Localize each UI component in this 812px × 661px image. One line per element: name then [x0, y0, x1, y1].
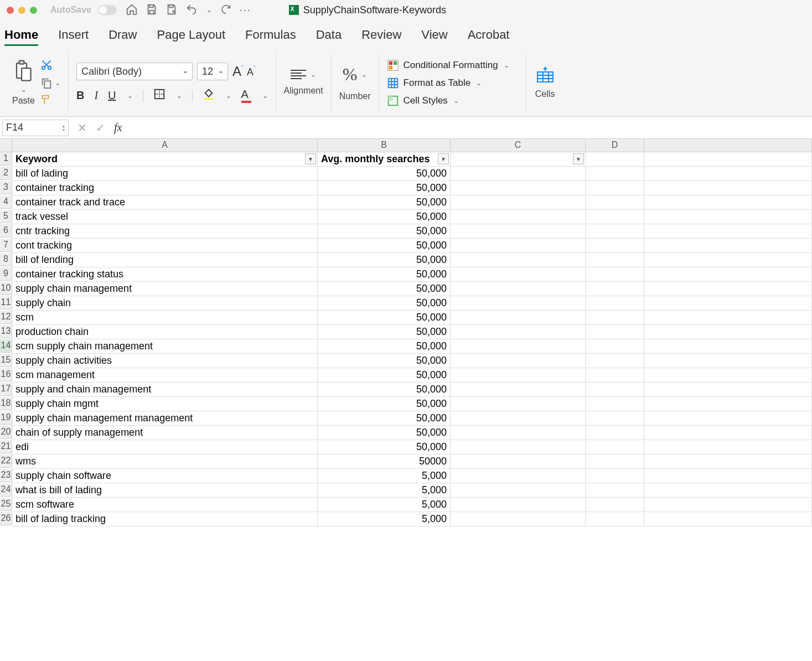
underline-dropdown-icon[interactable]: ⌄	[127, 92, 133, 100]
cell-keyword[interactable]: supply chain	[12, 296, 318, 311]
format-as-table-button[interactable]: Format as Table ⌄	[387, 77, 509, 89]
cell[interactable]	[644, 397, 812, 411]
cell-searches[interactable]: 50,000	[318, 224, 451, 239]
row-header[interactable]: 7	[0, 239, 12, 252]
filter-button[interactable]: ▼	[573, 153, 584, 164]
cell[interactable]	[644, 311, 812, 325]
row-header[interactable]: 9	[0, 267, 12, 281]
cell[interactable]	[451, 282, 586, 296]
name-box-spinner[interactable]: ▴▾	[63, 124, 65, 132]
cell[interactable]	[451, 512, 586, 526]
cell[interactable]	[586, 282, 644, 296]
cell-keyword[interactable]: production chain	[12, 325, 318, 339]
cell[interactable]	[644, 253, 812, 267]
paste-icon[interactable]	[13, 60, 33, 85]
cell[interactable]	[644, 368, 812, 383]
row-header[interactable]: 15	[0, 354, 12, 367]
cell-keyword[interactable]: wms	[12, 455, 318, 469]
cell[interactable]	[644, 282, 812, 296]
cell[interactable]	[586, 224, 644, 239]
row-header[interactable]: 26	[0, 512, 12, 525]
name-box[interactable]: F14 ▴▾	[2, 120, 69, 136]
cell-keyword[interactable]: cont tracking	[12, 239, 318, 253]
tab-view[interactable]: View	[421, 28, 447, 46]
cell-searches[interactable]: 50,000	[318, 368, 451, 383]
cell-keyword[interactable]: edi	[12, 440, 318, 455]
close-icon[interactable]	[7, 7, 14, 14]
cell-keyword[interactable]: bill of lading	[12, 167, 318, 181]
row-header[interactable]: 18	[0, 397, 12, 410]
cell[interactable]	[586, 239, 644, 253]
cell[interactable]	[586, 311, 644, 325]
row-header[interactable]: 13	[0, 325, 12, 338]
borders-button[interactable]	[153, 88, 165, 103]
cell-searches[interactable]: 50,000	[318, 440, 451, 455]
cell[interactable]	[586, 411, 644, 426]
cell-keyword[interactable]: supply chain management management	[12, 411, 318, 426]
select-all-corner[interactable]	[0, 139, 12, 152]
column-header-A[interactable]: A	[12, 139, 318, 152]
maximize-icon[interactable]	[30, 7, 37, 14]
number-dropdown-icon[interactable]: ⌄	[361, 71, 367, 79]
row-header[interactable]: 1	[0, 152, 12, 166]
cell[interactable]	[451, 426, 586, 440]
row-header[interactable]: 21	[0, 440, 12, 453]
copy-icon[interactable]: ⌄	[40, 77, 60, 89]
cell[interactable]	[586, 498, 644, 512]
cell[interactable]	[451, 239, 586, 253]
cell[interactable]	[644, 167, 812, 181]
cell[interactable]	[451, 296, 586, 311]
row-header[interactable]: 19	[0, 411, 12, 425]
row-header[interactable]: 25	[0, 498, 12, 511]
alignment-icon[interactable]	[291, 70, 306, 79]
number-format-icon[interactable]: %	[343, 64, 358, 85]
undo-dropdown-icon[interactable]: ⌄	[206, 6, 212, 14]
cell-searches[interactable]: 50,000	[318, 354, 451, 368]
cell[interactable]	[644, 181, 812, 195]
cell-keyword[interactable]: container tracking	[12, 181, 318, 195]
cell[interactable]	[451, 311, 586, 325]
cell-searches[interactable]: 50,000	[318, 426, 451, 440]
cell-searches[interactable]: 5,000	[318, 469, 451, 483]
cell[interactable]	[644, 411, 812, 426]
cell[interactable]	[644, 224, 812, 239]
cell[interactable]	[586, 440, 644, 455]
tab-home[interactable]: Home	[4, 28, 38, 46]
more-icon[interactable]: ···	[240, 4, 251, 16]
cell[interactable]	[586, 296, 644, 311]
cell[interactable]	[644, 426, 812, 440]
cell[interactable]	[451, 411, 586, 426]
cell[interactable]	[644, 239, 812, 253]
cell[interactable]	[644, 195, 812, 210]
cell-searches[interactable]: 5,000	[318, 498, 451, 512]
cell[interactable]	[644, 512, 812, 526]
cell[interactable]	[451, 498, 586, 512]
cell[interactable]	[644, 383, 812, 397]
row-header[interactable]: 6	[0, 224, 12, 237]
table-header-keyword[interactable]: Keyword▼	[12, 152, 318, 167]
cell[interactable]	[644, 440, 812, 455]
cell-keyword[interactable]: track vessel	[12, 210, 318, 224]
cell-keyword[interactable]: supply chain mgmt	[12, 397, 318, 411]
tab-page-layout[interactable]: Page Layout	[157, 28, 226, 46]
row-header[interactable]: 3	[0, 181, 12, 194]
cell[interactable]	[586, 339, 644, 354]
cell[interactable]	[644, 483, 812, 498]
row-header[interactable]: 10	[0, 282, 12, 295]
tab-review[interactable]: Review	[361, 28, 401, 46]
cell-keyword[interactable]: scm supply chain management	[12, 339, 318, 354]
cell-keyword[interactable]: cntr tracking	[12, 224, 318, 239]
cell-searches[interactable]: 50,000	[318, 411, 451, 426]
tab-insert[interactable]: Insert	[58, 28, 89, 46]
cell[interactable]	[451, 397, 586, 411]
underline-button[interactable]: U	[108, 89, 116, 102]
cell-keyword[interactable]: bill of lading tracking	[12, 512, 318, 526]
cell-searches[interactable]: 5,000	[318, 512, 451, 526]
cell-searches[interactable]: 50,000	[318, 311, 451, 325]
cell[interactable]	[644, 325, 812, 339]
cell[interactable]	[451, 325, 586, 339]
column-header-B[interactable]: B	[318, 139, 451, 152]
table-header-c[interactable]: ▼	[451, 152, 586, 167]
cell[interactable]	[451, 181, 586, 195]
cell-keyword[interactable]: bill of lending	[12, 253, 318, 267]
